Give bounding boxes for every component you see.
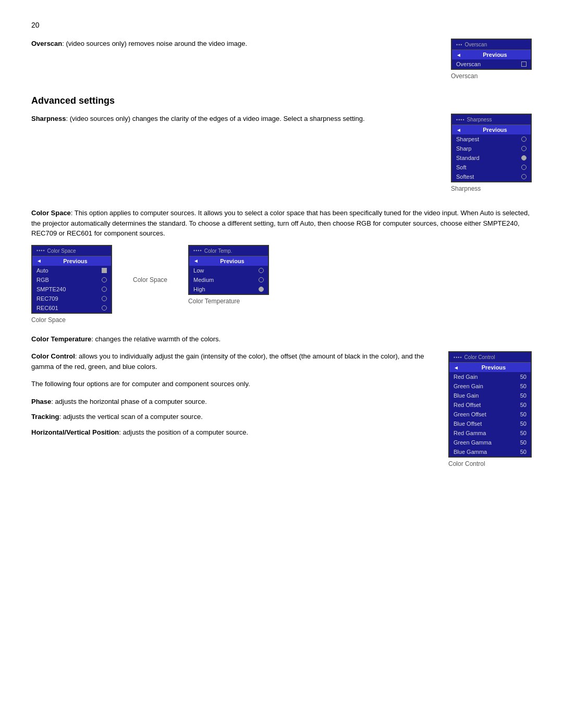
- red-offset-value: 50: [520, 402, 527, 408]
- sharpness-sharpest-radio[interactable]: [521, 137, 527, 142]
- color-temp-low-radio[interactable]: [259, 268, 264, 273]
- sharpness-section: Sharpness: (video sources only) changes …: [31, 114, 532, 192]
- phase-description: Phase: adjusts the horizontal phase of a…: [31, 397, 433, 407]
- sharpness-description: Sharpness: (video sources only) changes …: [31, 114, 440, 124]
- color-space-row-rgb[interactable]: RGB: [32, 275, 111, 285]
- color-space-smpte240-radio[interactable]: [102, 287, 107, 292]
- color-control-dots: ••••: [454, 355, 462, 360]
- color-space-rec601-radio[interactable]: [102, 305, 107, 311]
- overscan-row-previous[interactable]: ◄ Previous: [452, 50, 531, 59]
- color-temp-osd-menu: •••• Color Temp. ◄ Previous Low Medium H…: [188, 245, 269, 295]
- overscan-osd-menu: ••• Overscan ◄ Previous Overscan: [451, 39, 532, 70]
- green-gamma-value: 50: [520, 439, 527, 446]
- sharpness-soft-radio[interactable]: [521, 165, 527, 170]
- sharpness-standard-label: Standard: [456, 155, 480, 161]
- color-temp-medium-radio[interactable]: [259, 277, 264, 282]
- overscan-dots: •••: [456, 42, 462, 47]
- color-space-row-rec709[interactable]: REC709: [32, 294, 111, 303]
- color-control-row-red-offset[interactable]: Red Offset 50: [449, 400, 531, 410]
- color-space-row-smpte240[interactable]: SMPTE240: [32, 285, 111, 294]
- sharpness-sharpest-label: Sharpest: [456, 136, 479, 142]
- color-temp-row-low[interactable]: Low: [189, 266, 268, 275]
- sharpness-menu-block: •••• Sharpness ◄ Previous Sharpest Sharp: [451, 114, 532, 192]
- color-temp-row-high[interactable]: High: [189, 285, 268, 294]
- sharpness-row-sharpest[interactable]: Sharpest: [452, 134, 531, 144]
- sharpness-row-softest[interactable]: Softest: [452, 172, 531, 181]
- tracking-description: Tracking: adjusts the vertical scan of a…: [31, 412, 433, 422]
- color-control-row-green-offset[interactable]: Green Offset 50: [449, 410, 531, 419]
- arrow-icon: ◄: [456, 127, 461, 133]
- sharpness-row-standard[interactable]: Standard: [452, 153, 531, 163]
- arrow-icon: ◄: [36, 258, 42, 264]
- overscan-label: Overscan: [451, 72, 478, 80]
- green-offset-value: 50: [520, 411, 527, 417]
- sharpness-term: Sharpness: [31, 115, 66, 122]
- color-control-menu-header: •••• Color Control: [449, 352, 531, 363]
- color-control-row-green-gamma[interactable]: Green Gamma 50: [449, 438, 531, 447]
- color-space-smpte240-label: SMPTE240: [36, 286, 66, 292]
- sharpness-standard-radio[interactable]: [521, 155, 527, 161]
- overscan-text: Overscan: (video sources only) removes n…: [31, 39, 451, 54]
- color-control-row-blue-offset[interactable]: Blue Offset 50: [449, 419, 531, 428]
- color-control-row-blue-gain[interactable]: Blue Gain 50: [449, 391, 531, 400]
- sharpness-sharp-radio[interactable]: [521, 146, 527, 151]
- color-temp-low-label: Low: [193, 267, 204, 274]
- overscan-row-overscan[interactable]: Overscan: [452, 59, 531, 69]
- sharpness-row-soft[interactable]: Soft: [452, 163, 531, 172]
- four-options-note: The following four options are for compu…: [31, 379, 433, 389]
- color-space-auto-checkbox[interactable]: [102, 268, 107, 273]
- color-temp-row-previous[interactable]: ◄ Previous: [189, 256, 268, 266]
- sharpness-softest-label: Softest: [456, 174, 474, 180]
- hvposition-term: Horizontal/Vertical Position: [31, 428, 119, 436]
- color-space-rec709-label: REC709: [36, 295, 58, 302]
- color-control-text: Color Control: allows you to individuall…: [31, 351, 433, 442]
- red-gain-value: 50: [520, 374, 527, 380]
- color-space-osd-menu: •••• Color Space ◄ Previous Auto RGB SMP…: [31, 245, 112, 314]
- color-temp-high-radio[interactable]: [259, 287, 264, 292]
- blue-offset-value: 50: [520, 421, 527, 427]
- red-gain-label: Red Gain: [454, 374, 478, 380]
- color-space-rec709-radio[interactable]: [102, 296, 107, 301]
- color-space-section: Color Space: This option applies to comp…: [31, 208, 532, 239]
- green-gain-label: Green Gain: [454, 383, 483, 389]
- sharpness-osd-menu: •••• Sharpness ◄ Previous Sharpest Sharp: [451, 114, 532, 182]
- color-space-inline: •••• Color Space ◄ Previous Auto RGB SMP…: [31, 245, 532, 324]
- color-temp-row-medium[interactable]: Medium: [189, 275, 268, 285]
- color-temp-menu-title: Color Temp.: [204, 248, 232, 254]
- color-space-menu-block: •••• Color Space ◄ Previous Auto RGB SMP…: [31, 245, 112, 324]
- overscan-image-col: ••• Overscan ◄ Previous Overscan Oversca…: [451, 39, 532, 80]
- sharpness-dots: ••••: [456, 117, 465, 122]
- color-control-row-red-gain[interactable]: Red Gain 50: [449, 372, 531, 381]
- color-control-row-previous[interactable]: ◄ Previous: [449, 363, 531, 372]
- sharpness-row-sharp[interactable]: Sharp: [452, 144, 531, 153]
- color-temp-menu-block: •••• Color Temp. ◄ Previous Low Medium H…: [188, 245, 269, 305]
- blue-gain-label: Blue Gain: [454, 392, 479, 399]
- color-control-row-red-gamma[interactable]: Red Gamma 50: [449, 428, 531, 438]
- arrow-icon: ◄: [456, 52, 461, 58]
- sharpness-softest-radio[interactable]: [521, 174, 527, 179]
- color-space-center-label: Color Space: [133, 276, 167, 283]
- color-space-previous-label: Previous: [63, 258, 87, 264]
- color-control-row-blue-gamma[interactable]: Blue Gamma 50: [449, 447, 531, 456]
- overscan-section: Overscan: (video sources only) removes n…: [31, 39, 532, 80]
- blue-gamma-label: Blue Gamma: [454, 449, 487, 455]
- color-space-term: Color Space: [31, 209, 71, 217]
- color-space-rgb-label: RGB: [36, 277, 49, 283]
- color-control-description: Color Control: allows you to individuall…: [31, 351, 433, 372]
- color-control-row-green-gain[interactable]: Green Gain 50: [449, 381, 531, 391]
- phase-term: Phase: [31, 398, 51, 405]
- sharpness-soft-label: Soft: [456, 164, 467, 170]
- overscan-menu-header: ••• Overscan: [452, 40, 531, 50]
- color-temp-high-label: High: [193, 286, 205, 292]
- color-control-label: Color Control: [448, 460, 485, 467]
- tracking-term: Tracking: [31, 413, 59, 421]
- color-space-row-rec601[interactable]: REC601: [32, 303, 111, 313]
- color-control-term: Color Control: [31, 352, 75, 360]
- sharpness-row-previous[interactable]: ◄ Previous: [452, 125, 531, 134]
- color-space-mid-label: Color Space: [133, 276, 167, 283]
- color-space-row-previous[interactable]: ◄ Previous: [32, 256, 111, 266]
- overscan-checkbox[interactable]: [521, 61, 527, 67]
- green-offset-label: Green Offset: [454, 411, 486, 417]
- color-space-rgb-radio[interactable]: [102, 277, 107, 282]
- color-space-row-auto[interactable]: Auto: [32, 266, 111, 275]
